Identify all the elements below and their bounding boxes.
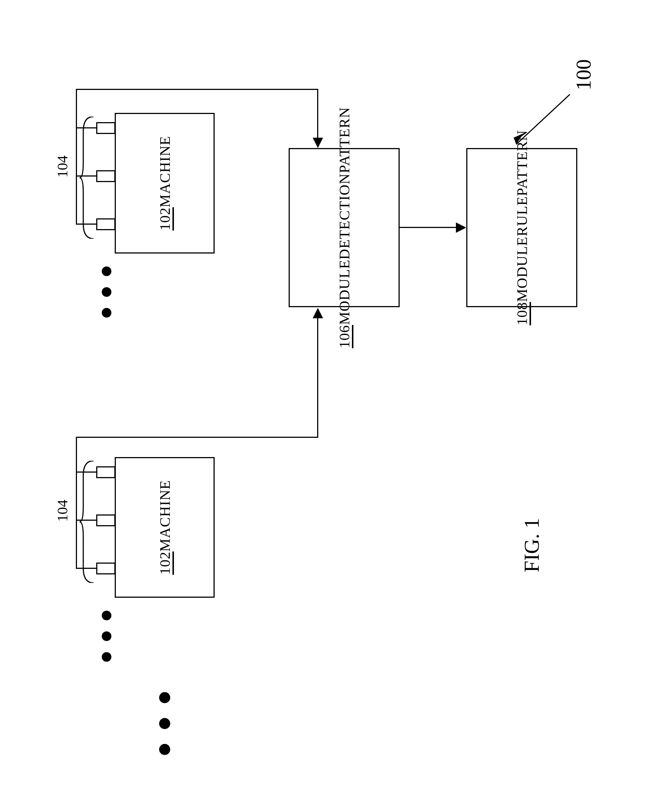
pattern-detection-module: PATTERN DETECTION MODULE 106 <box>289 148 400 307</box>
pattern-rule-module: PATTERN RULE MODULE 108 <box>466 148 577 307</box>
wire-m1-bus-v <box>76 127 77 225</box>
arrow-m2-into-pdm <box>313 308 323 318</box>
brace-machine-2 <box>80 461 94 583</box>
wire-m2-s3-h <box>76 568 97 569</box>
machine-1-sensor-dot-3 <box>102 308 111 318</box>
wire-m2-s2-h <box>76 520 97 521</box>
machine-1-sensor-dot-2 <box>102 287 111 297</box>
callout-arrow-100 <box>510 92 572 148</box>
machine-box-1: MACHINE 102 <box>115 113 215 254</box>
more-machines-dot-1 <box>159 692 170 703</box>
wire-m2-upto-pdm <box>317 317 318 438</box>
figure-label: FIG. 1 <box>520 518 544 572</box>
prm-ref: 108 <box>513 302 530 325</box>
machine-1-ref: 102 <box>156 207 174 231</box>
prm-line2: RULE <box>513 196 530 236</box>
machine-1-label: MACHINE <box>156 136 174 208</box>
wire-m2-right <box>76 437 318 438</box>
sensors-ref-2: 104 <box>54 500 71 522</box>
pdm-line3: MODULE <box>336 260 353 325</box>
machine-2-sensor-dot-2 <box>102 631 111 641</box>
wire-m1-s1-h <box>76 127 97 128</box>
wire-m1-s2-h <box>76 175 97 177</box>
figure-ref-100: 100 <box>572 59 595 90</box>
more-machines-dot-3 <box>159 744 170 755</box>
arrow-pdm-to-prm <box>456 222 466 233</box>
machine-1-sensor-3 <box>96 218 115 230</box>
machine-2-sensor-2 <box>96 514 115 526</box>
machine-1-sensor-dot-1 <box>102 266 111 276</box>
machine-2-sensor-1 <box>96 466 115 478</box>
pdm-line1: PATTERN <box>336 107 353 173</box>
machine-1-sensor-1 <box>96 122 115 134</box>
wire-m2-up <box>76 437 77 473</box>
wire-m2-s1-h <box>76 472 97 473</box>
sensors-ref-1: 104 <box>54 155 71 178</box>
wire-m1-up <box>76 89 77 128</box>
machine-2-sensor-dot-1 <box>102 611 111 620</box>
pdm-line2: DETECTION <box>336 173 353 260</box>
wire-m1-down <box>317 89 318 140</box>
machine-box-2: MACHINE 102 <box>115 457 215 598</box>
svg-line-0 <box>516 94 570 145</box>
machine-2-ref: 102 <box>156 551 174 575</box>
brace-machine-1 <box>80 117 94 239</box>
wire-m1-right <box>76 89 318 90</box>
wire-pdm-to-prm <box>400 227 457 228</box>
pdm-ref: 106 <box>336 325 353 348</box>
machine-2-sensor-dot-3 <box>102 652 111 662</box>
machine-2-label: MACHINE <box>156 480 174 552</box>
machine-2-sensor-3 <box>96 563 115 574</box>
machine-1-sensor-2 <box>96 170 115 182</box>
wire-m1-s3-h <box>76 223 97 225</box>
diagram-page: MACHINE 102 104 MACHINE 102 104 PATTERN <box>0 0 655 812</box>
arrow-m1-into-pdm <box>313 138 323 148</box>
prm-line3: MODULE <box>513 237 530 302</box>
wire-m2-bus-v <box>76 472 77 569</box>
more-machines-dot-2 <box>159 718 170 729</box>
